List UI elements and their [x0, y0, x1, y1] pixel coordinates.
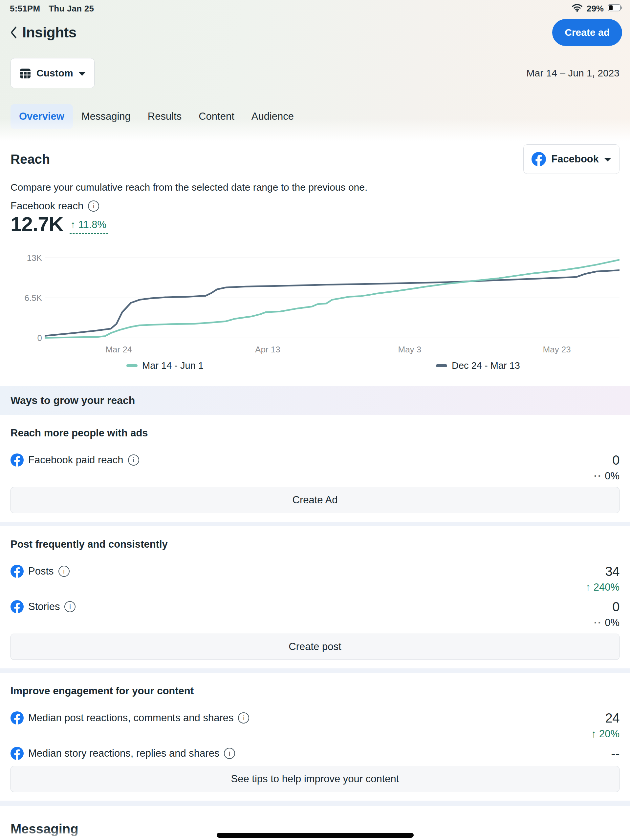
status-bar: 5:51PM Thu Jan 25 29% — [0, 0, 630, 14]
wifi-icon — [571, 3, 583, 14]
metric-row-posts: Posts i 34 ↑ 240% — [11, 565, 619, 592]
chart-x-axis: Mar 24Apr 13May 3May 23 — [45, 343, 619, 356]
info-icon[interactable]: i — [238, 712, 249, 723]
status-time: 5:51PM — [10, 4, 40, 14]
metric-value: -- — [611, 747, 619, 760]
trend-up-icon: ↑ — [70, 219, 76, 231]
facebook-icon — [11, 453, 24, 467]
date-range-label: Mar 14 – Jun 1, 2023 — [526, 68, 619, 79]
header-area: 5:51PM Thu Jan 25 29% — [0, 0, 630, 141]
metric-trend: ↑ 240% — [586, 582, 619, 592]
metric-label: Median story reactions, replies and shar… — [28, 747, 219, 759]
chevron-left-icon — [10, 25, 17, 39]
metric-row-story-reactions: Median story reactions, replies and shar… — [11, 747, 619, 760]
battery-icon — [608, 4, 623, 14]
info-icon[interactable]: i — [88, 201, 99, 212]
range-preset-label: Custom — [36, 68, 73, 79]
legend-item: Dec 24 - Mar 13 — [436, 360, 520, 371]
reach-metric-label: Facebook reach — [11, 200, 83, 212]
metric-row-paid-reach: Facebook paid reach i 0 ·· 0% — [11, 453, 619, 481]
metric-label: Facebook paid reach — [28, 454, 123, 466]
metric-value: 24 — [591, 711, 619, 725]
metric-value: 0 — [594, 453, 619, 467]
battery-percent: 29% — [587, 4, 604, 14]
trend-neutral-icon: ·· — [594, 617, 602, 628]
info-icon[interactable]: i — [128, 455, 139, 466]
platform-label: Facebook — [551, 153, 599, 165]
facebook-icon — [11, 600, 24, 613]
back-button[interactable] — [10, 25, 17, 39]
platform-selector[interactable]: Facebook — [523, 144, 619, 174]
reach-description: Compare your cumulative reach from the s… — [11, 182, 619, 193]
page-title: Insights — [22, 24, 76, 41]
legend-item: Mar 14 - Jun 1 — [127, 360, 204, 371]
tab-audience[interactable]: Audience — [243, 104, 302, 129]
metric-label: Posts — [28, 565, 54, 577]
legend-swatch — [436, 364, 447, 367]
legend-swatch — [127, 364, 138, 367]
metric-row-post-reactions: Median post reactions, comments and shar… — [11, 711, 619, 739]
section-divider — [0, 522, 630, 526]
metric-value: 34 — [586, 565, 619, 578]
trend-up-icon: ↑ — [591, 728, 597, 740]
engagement-section-title: Improve engagement for your content — [11, 685, 619, 697]
tab-results[interactable]: Results — [139, 104, 190, 129]
home-indicator[interactable] — [217, 833, 414, 838]
grow-band-title: Ways to grow your reach — [11, 395, 135, 407]
chevron-down-icon — [78, 72, 86, 76]
chart-y-axis: 06.5K13K — [11, 255, 45, 341]
metric-trend: ↑ 20% — [591, 729, 619, 739]
tab-bar: Overview Messaging Results Content Audie… — [0, 104, 630, 129]
create-post-button[interactable]: Create post — [11, 634, 619, 660]
metric-value: 0 — [594, 600, 619, 613]
tab-content[interactable]: Content — [190, 104, 243, 129]
section-divider — [0, 801, 630, 806]
create-ad-secondary-button[interactable]: Create Ad — [11, 487, 619, 513]
chart-plot-area — [45, 255, 619, 341]
create-ad-button[interactable]: Create ad — [552, 19, 622, 46]
metric-trend: ·· 0% — [594, 471, 619, 481]
ads-section-title: Reach more people with ads — [11, 427, 619, 439]
facebook-icon — [532, 152, 546, 166]
tab-overview[interactable]: Overview — [11, 104, 73, 129]
metric-row-stories: Stories i 0 ·· 0% — [11, 600, 619, 628]
facebook-icon — [11, 747, 24, 760]
metric-trend: ·· 0% — [594, 617, 619, 628]
info-icon[interactable]: i — [59, 566, 70, 577]
status-date: Thu Jan 25 — [49, 4, 94, 14]
calendar-icon — [19, 67, 31, 79]
facebook-icon — [11, 565, 24, 578]
reach-chart: 06.5K13K — [11, 255, 619, 341]
reach-metric-value: 12.7K — [11, 214, 63, 234]
metric-label: Median post reactions, comments and shar… — [28, 712, 233, 724]
metric-label: Stories — [28, 601, 60, 613]
see-tips-button[interactable]: See tips to help improve your content — [11, 766, 619, 792]
info-icon[interactable]: i — [64, 601, 76, 612]
post-section-title: Post frequently and consistently — [11, 538, 619, 550]
reach-trend-badge: ↑ 11.8% — [70, 218, 108, 234]
chevron-down-icon — [604, 158, 611, 161]
grow-band: Ways to grow your reach — [0, 386, 630, 415]
date-range-preset-button[interactable]: Custom — [11, 58, 95, 88]
reach-section-title: Reach — [11, 152, 50, 167]
info-icon[interactable]: i — [224, 748, 235, 759]
tab-messaging[interactable]: Messaging — [73, 104, 139, 129]
trend-up-icon: ↑ — [586, 581, 591, 593]
facebook-icon — [11, 711, 24, 725]
section-divider — [0, 668, 630, 673]
chart-legend: Mar 14 - Jun 1Dec 24 - Mar 13 — [11, 360, 619, 373]
trend-neutral-icon: ·· — [594, 470, 602, 482]
